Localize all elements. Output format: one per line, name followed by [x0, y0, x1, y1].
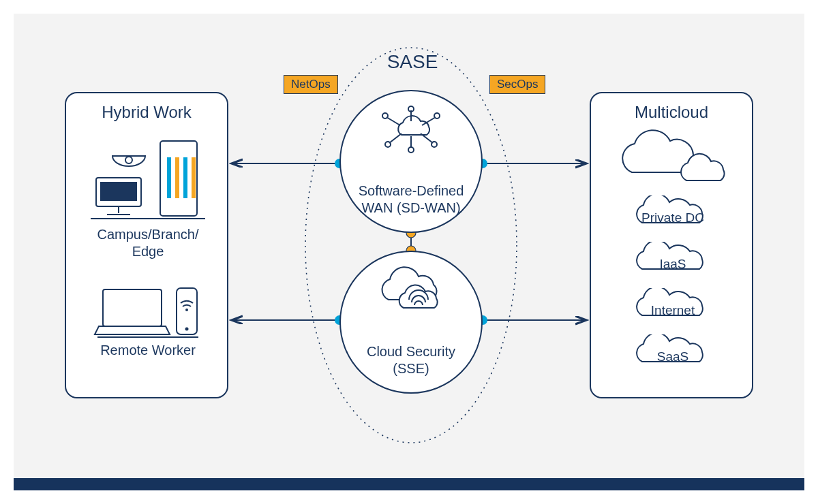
- iaas-label: IaaS: [632, 257, 714, 272]
- multicloud-box: Multicloud Private DC IaaS Internet SaaS: [590, 92, 753, 398]
- svg-point-36: [434, 113, 440, 119]
- svg-rect-12: [103, 289, 162, 326]
- secops-badge: SecOps: [489, 75, 545, 94]
- sse-icon: [374, 266, 449, 320]
- svg-point-32: [408, 147, 414, 153]
- svg-point-14: [185, 328, 189, 331]
- svg-point-0: [125, 157, 132, 163]
- svg-line-33: [387, 117, 400, 125]
- svg-rect-4: [175, 157, 179, 198]
- campus-branch-edge-icon: [87, 133, 209, 221]
- svg-rect-8: [100, 182, 137, 201]
- bottom-bar: [14, 478, 804, 490]
- diagram-canvas: SASE NetOps SecOps Hybrid Work: [14, 14, 804, 490]
- svg-point-38: [385, 142, 391, 147]
- svg-point-34: [382, 113, 388, 119]
- netops-badge: NetOps: [284, 75, 338, 94]
- svg-line-37: [389, 133, 402, 143]
- multicloud-title: Multicloud: [591, 103, 752, 122]
- svg-rect-5: [183, 157, 187, 198]
- sse-label: Cloud Security (SSE): [367, 343, 455, 377]
- saas-label: SaaS: [632, 349, 714, 364]
- campus-branch-edge-label: Campus/Branch/ Edge: [66, 226, 230, 260]
- private-dc-label: Private DC: [632, 210, 714, 225]
- hybrid-work-title: Hybrid Work: [66, 103, 227, 122]
- svg-point-15: [185, 309, 188, 311]
- svg-rect-6: [192, 157, 196, 198]
- sse-circle: Cloud Security (SSE): [339, 251, 483, 394]
- remote-worker-label: Remote Worker: [66, 342, 230, 359]
- multicloud-icon: [611, 127, 734, 189]
- svg-point-40: [431, 142, 437, 147]
- hybrid-work-box: Hybrid Work: [65, 92, 228, 398]
- remote-worker-icon: [93, 284, 202, 338]
- svg-rect-3: [167, 157, 171, 198]
- sdwan-label: Software-Defined WAN (SD-WAN): [359, 183, 464, 217]
- sase-title: SASE: [382, 51, 443, 73]
- internet-label: Internet: [632, 303, 714, 318]
- sdwan-circle: Software-Defined WAN (SD-WAN): [339, 90, 483, 233]
- sdwan-icon: [377, 105, 445, 159]
